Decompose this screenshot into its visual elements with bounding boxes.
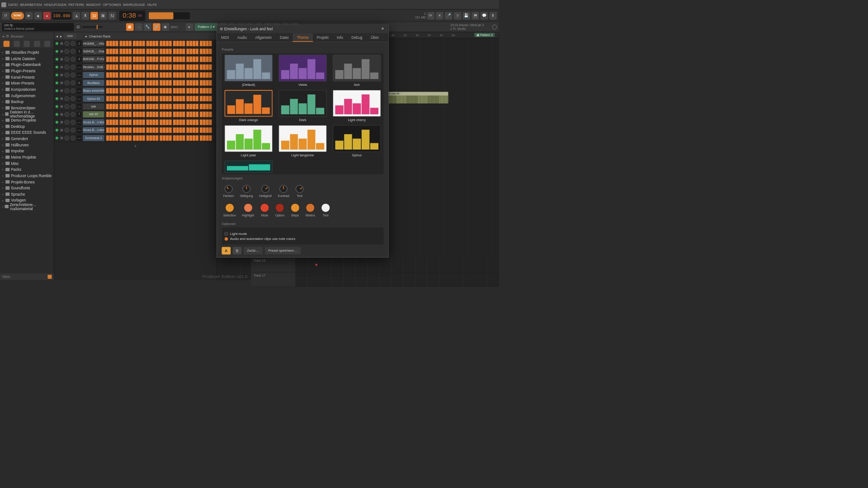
step-button[interactable] bbox=[173, 72, 176, 78]
settings-tab[interactable]: Allgemein bbox=[251, 33, 276, 42]
color-swatch[interactable]: Selection bbox=[223, 203, 236, 217]
step-button[interactable] bbox=[173, 104, 176, 109]
step-button[interactable] bbox=[206, 72, 209, 78]
settings-tab[interactable]: Projekt bbox=[313, 33, 333, 42]
step-button[interactable] bbox=[176, 135, 179, 141]
settings-tab[interactable]: Audio bbox=[233, 33, 251, 42]
channel-pan-knob[interactable] bbox=[65, 57, 70, 62]
step-button[interactable] bbox=[182, 65, 185, 70]
channel-mute-icon[interactable] bbox=[60, 66, 63, 69]
tree-item[interactable]: ▸EEEE EEEE Sounds bbox=[0, 130, 54, 136]
tree-item[interactable]: ▸Desktop bbox=[0, 123, 54, 130]
step-button[interactable] bbox=[139, 112, 142, 117]
step-button[interactable] bbox=[139, 56, 142, 62]
channel-led-icon[interactable] bbox=[56, 89, 58, 92]
tempo-display[interactable]: 100.000 bbox=[52, 12, 71, 19]
step-button[interactable] bbox=[206, 49, 209, 54]
step-button[interactable] bbox=[179, 127, 182, 133]
channel-route[interactable]: — bbox=[77, 65, 82, 70]
step-button[interactable] bbox=[146, 112, 149, 117]
step-button[interactable] bbox=[160, 56, 162, 62]
step-button[interactable] bbox=[136, 135, 139, 141]
step-button[interactable] bbox=[115, 104, 118, 109]
step-button[interactable] bbox=[149, 65, 152, 70]
settings-tab[interactable]: Debug bbox=[347, 33, 367, 42]
step-button[interactable] bbox=[152, 120, 155, 125]
step-button[interactable] bbox=[182, 80, 185, 85]
channel-name-button[interactable]: Sd041B_…Snare bbox=[83, 48, 104, 55]
tree-item[interactable]: ▸Hüllkurven bbox=[0, 142, 54, 148]
step-button[interactable] bbox=[186, 135, 189, 141]
step-button[interactable] bbox=[133, 72, 136, 78]
step-button[interactable] bbox=[156, 65, 158, 70]
adjustment-knob[interactable]: Helligkeit bbox=[259, 185, 272, 198]
step-button[interactable] bbox=[113, 135, 115, 141]
channel-pan-knob[interactable] bbox=[65, 49, 70, 54]
step-button[interactable] bbox=[169, 80, 172, 85]
step-button[interactable] bbox=[176, 65, 179, 70]
step-button[interactable] bbox=[156, 127, 158, 133]
channel-pan-knob[interactable] bbox=[65, 65, 70, 70]
step-button[interactable] bbox=[139, 96, 142, 101]
channel-vol-knob[interactable] bbox=[71, 49, 75, 54]
step-button[interactable] bbox=[186, 56, 189, 62]
step-button[interactable] bbox=[156, 41, 158, 46]
step-button[interactable] bbox=[166, 127, 169, 133]
step-button[interactable] bbox=[129, 56, 132, 62]
step-button[interactable] bbox=[166, 80, 169, 85]
step-button[interactable] bbox=[156, 88, 158, 94]
step-button[interactable] bbox=[163, 56, 165, 62]
step-button[interactable] bbox=[123, 56, 125, 62]
step-button[interactable] bbox=[182, 120, 185, 125]
step-button[interactable] bbox=[109, 96, 112, 101]
step-button[interactable] bbox=[173, 135, 176, 141]
step-button[interactable] bbox=[146, 88, 149, 94]
step-button[interactable] bbox=[136, 127, 139, 133]
step-button[interactable] bbox=[196, 88, 198, 94]
channel-route[interactable]: — bbox=[77, 104, 82, 109]
step-button[interactable] bbox=[133, 112, 136, 117]
step-button[interactable] bbox=[200, 56, 203, 62]
step-button[interactable] bbox=[123, 88, 125, 94]
step-button[interactable] bbox=[196, 112, 198, 117]
step-button[interactable] bbox=[166, 88, 169, 94]
step-button[interactable] bbox=[189, 65, 192, 70]
step-button[interactable] bbox=[115, 112, 118, 117]
step-button[interactable] bbox=[129, 65, 132, 70]
step-button[interactable] bbox=[113, 104, 115, 109]
step-button[interactable] bbox=[156, 135, 158, 141]
menu-item[interactable]: OPTIONEN bbox=[103, 3, 121, 6]
step-button[interactable] bbox=[113, 112, 115, 117]
step-button[interactable] bbox=[115, 41, 118, 46]
step-button[interactable] bbox=[156, 104, 158, 109]
step-button[interactable] bbox=[129, 72, 132, 78]
step-button[interactable] bbox=[169, 65, 172, 70]
step-button[interactable] bbox=[133, 49, 136, 54]
step-button[interactable] bbox=[126, 135, 128, 141]
time-display[interactable]: 0:38:40 bbox=[119, 10, 145, 21]
step-button[interactable] bbox=[193, 65, 195, 70]
step-button[interactable] bbox=[106, 80, 109, 85]
step-button[interactable] bbox=[123, 104, 125, 109]
channel-mute-icon[interactable] bbox=[60, 97, 63, 100]
step-button[interactable] bbox=[156, 56, 158, 62]
step-button[interactable] bbox=[209, 112, 212, 117]
step-button[interactable] bbox=[120, 80, 123, 85]
stop-button[interactable]: ■ bbox=[34, 12, 42, 19]
step-button[interactable] bbox=[189, 41, 192, 46]
menu-item[interactable]: PATTERN bbox=[68, 3, 84, 6]
step-button[interactable] bbox=[206, 41, 209, 46]
step-button[interactable] bbox=[189, 88, 192, 94]
step-button[interactable] bbox=[109, 41, 112, 46]
step-button[interactable] bbox=[169, 56, 172, 62]
step-button[interactable] bbox=[163, 72, 165, 78]
channel-led-icon[interactable] bbox=[56, 42, 58, 45]
metronome-icon[interactable]: ◮ bbox=[73, 12, 80, 19]
channel-mute-icon[interactable] bbox=[60, 113, 63, 116]
step-button[interactable] bbox=[182, 96, 185, 101]
channel-led-icon[interactable] bbox=[56, 97, 58, 100]
theme-preset[interactable]: Dark bbox=[277, 90, 328, 122]
step-button[interactable] bbox=[203, 127, 206, 133]
step-button[interactable] bbox=[209, 135, 212, 141]
step-button[interactable] bbox=[179, 72, 182, 78]
